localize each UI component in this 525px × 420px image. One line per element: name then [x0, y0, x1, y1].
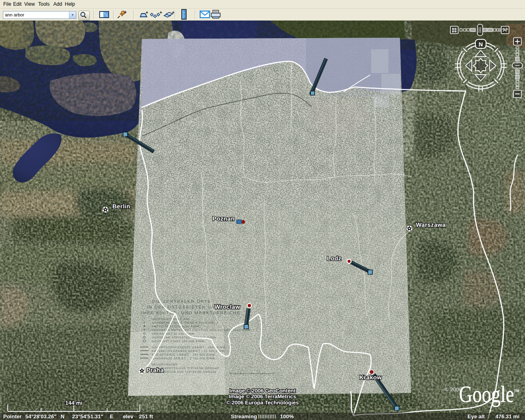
svg-text:AMTSSTADTCHEN 9000 EINW.: AMTSSTADTCHEN 9000 EINW. [152, 325, 201, 328]
svg-text:Lodz: Lodz [327, 256, 341, 262]
svg-text:ABWERTEN AUF TYPISCHE GROSSE: ABWERTEN AUF TYPISCHE GROSSE [158, 371, 217, 374]
svg-text:HAUPTDORF 600 EINW.: HAUPTDORF 600 EINW. [152, 318, 190, 321]
svg-text:Google: Google [459, 381, 514, 407]
svg-text:Image © 2006 TerraMetrics: Image © 2006 TerraMetrics [229, 393, 296, 399]
svg-text:Warszawa: Warszawa [416, 222, 446, 228]
svg-text:GAUHAUPTSTADT 450 000 EINW.: GAUHAUPTSTADT 450 000 EINW. [152, 340, 205, 343]
svg-text:N: N [479, 41, 483, 48]
svg-text:GEHOBENES HAUPTDORF 4 800 EINW: GEHOBENES HAUPTDORF 4 800 EINW. [152, 322, 215, 324]
svg-text:Image © 2006 GeoContent: Image © 2006 GeoContent [229, 388, 296, 394]
svg-text:© 2006 Europa Technologies: © 2006 Europa Technologies [226, 399, 299, 406]
svg-text:+: + [146, 10, 148, 15]
svg-text:+: + [160, 10, 162, 15]
svg-text:AMTSBEZIRKGRENZE GEBIET : 22: AMTSBEZIRKGRENZE GEBIET : 22 500 EINW. [152, 350, 226, 353]
svg-text:+: + [124, 9, 127, 15]
svg-text:KREISGRENZE GEBIET : 240 000: KREISGRENZE GEBIET : 240 000 EINW. [152, 354, 216, 356]
svg-text:144 mi: 144 mi [65, 400, 82, 406]
svg-text:IHRE KULTUR- UND MARKTBEREICHE: IHRE KULTUR- UND MARKTBEREICHE [141, 311, 241, 315]
svg-text:GAUGRENZE GEBIET : 2 700 000: GAUGRENZE GEBIET : 2 700 000 EINW. [152, 357, 216, 360]
svg-text:Praha: Praha [146, 367, 164, 374]
svg-text:Poznan: Poznan [212, 216, 235, 222]
svg-text:IN DEN OSTGEBIETEN UND: IN DEN OSTGEBIETEN UND [147, 305, 219, 310]
svg-text:+: + [172, 10, 174, 15]
svg-text:Berlin: Berlin [112, 203, 130, 210]
svg-text:TM: TM [514, 389, 519, 393]
svg-text:Krakow: Krakow [359, 374, 382, 381]
svg-text:AUFWERTEN AUF TYPISCHE GROSSE: AUFWERTEN AUF TYPISCHE GROSSE [158, 367, 219, 370]
svg-text:Wroclaw: Wroclaw [215, 304, 240, 310]
svg-text:NEUGRUNDUNG: NEUGRUNDUNG [152, 363, 178, 366]
